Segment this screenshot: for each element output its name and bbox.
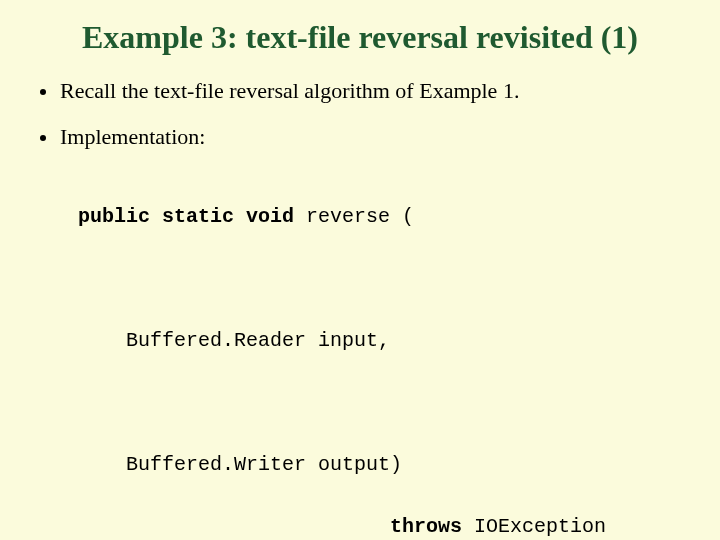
code-blank-2 [78, 387, 680, 418]
bullet-dot-icon [40, 135, 46, 141]
kw-public-static-void: public static void [78, 205, 294, 228]
code-l4c: IOException [462, 515, 606, 538]
bullet-dot-icon [40, 89, 46, 95]
code-l4a [78, 515, 390, 538]
code-line-3: Buffered.Writer output) [78, 449, 680, 480]
code-l1b: reverse ( [294, 205, 414, 228]
code-line-1: public static void reverse ( [78, 201, 680, 232]
bullet-2-text: Implementation: [60, 124, 205, 150]
bullet-1: Recall the text-file reversal algorithm … [40, 78, 680, 104]
code-line-2: Buffered.Reader input, [78, 325, 680, 356]
code-line-4: throws IOException [78, 511, 680, 540]
bullet-2: Implementation: [40, 124, 680, 150]
slide-title: Example 3: text-file reversal revisited … [40, 18, 680, 56]
bullet-1-text: Recall the text-file reversal algorithm … [60, 78, 519, 104]
slide: Example 3: text-file reversal revisited … [0, 0, 720, 540]
code-blank-1 [78, 263, 680, 294]
code-block: public static void reverse ( Buffered.Re… [78, 170, 680, 540]
kw-throws: throws [390, 515, 462, 538]
